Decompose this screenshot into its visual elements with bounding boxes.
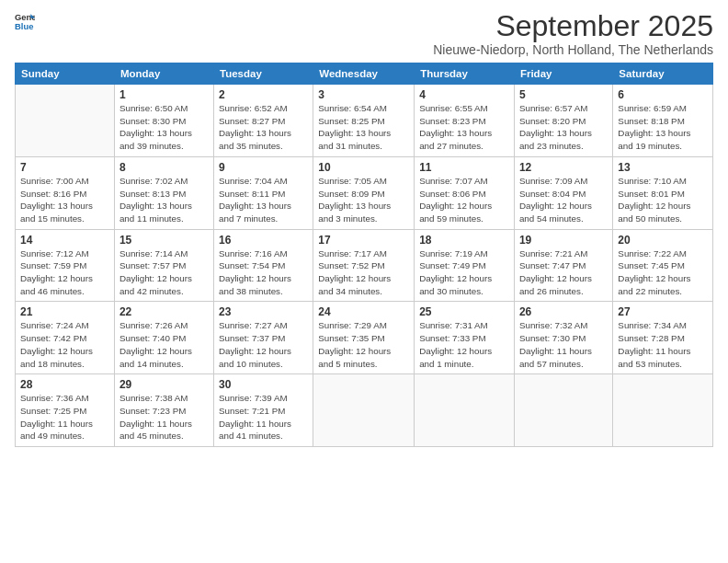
day-number: 13 xyxy=(618,161,708,174)
day-number: 23 xyxy=(219,305,308,318)
day-cell xyxy=(415,374,515,447)
day-info: Sunrise: 6:57 AMSunset: 8:20 PMDaylight:… xyxy=(519,102,608,153)
day-cell xyxy=(514,374,612,447)
day-info: Sunrise: 7:31 AMSunset: 7:33 PMDaylight:… xyxy=(419,319,509,370)
day-info: Sunrise: 7:02 AMSunset: 8:13 PMDaylight:… xyxy=(119,175,209,225)
day-cell: 18Sunrise: 7:19 AMSunset: 7:49 PMDayligh… xyxy=(415,229,515,302)
day-cell: 8Sunrise: 7:02 AMSunset: 8:13 PMDaylight… xyxy=(114,156,213,229)
day-cell: 3Sunrise: 6:54 AMSunset: 8:25 PMDaylight… xyxy=(313,85,415,157)
day-info: Sunrise: 7:38 AMSunset: 7:23 PMDaylight:… xyxy=(119,392,209,442)
week-row-3: 14Sunrise: 7:12 AMSunset: 7:59 PMDayligh… xyxy=(16,229,713,302)
day-cell: 4Sunrise: 6:55 AMSunset: 8:23 PMDaylight… xyxy=(415,85,515,157)
day-cell: 20Sunrise: 7:22 AMSunset: 7:45 PMDayligh… xyxy=(613,229,713,302)
day-cell: 1Sunrise: 6:50 AMSunset: 8:30 PMDaylight… xyxy=(114,85,213,157)
day-number: 9 xyxy=(219,161,308,174)
day-cell xyxy=(16,85,115,157)
day-cell: 16Sunrise: 7:16 AMSunset: 7:54 PMDayligh… xyxy=(214,229,313,302)
day-cell: 28Sunrise: 7:36 AMSunset: 7:25 PMDayligh… xyxy=(16,374,115,447)
day-info: Sunrise: 7:24 AMSunset: 7:42 PMDaylight:… xyxy=(20,319,109,370)
month-title: September 2025 xyxy=(433,11,713,40)
day-cell xyxy=(313,374,415,447)
day-number: 4 xyxy=(419,88,509,101)
day-info: Sunrise: 6:55 AMSunset: 8:23 PMDaylight:… xyxy=(419,102,509,153)
week-row-5: 28Sunrise: 7:36 AMSunset: 7:25 PMDayligh… xyxy=(16,374,713,447)
day-number: 29 xyxy=(119,378,209,391)
day-number: 7 xyxy=(20,161,109,174)
day-info: Sunrise: 7:09 AMSunset: 8:04 PMDaylight:… xyxy=(519,175,608,225)
day-cell: 27Sunrise: 7:34 AMSunset: 7:28 PMDayligh… xyxy=(613,302,713,374)
page: General Blue September 2025 Nieuwe-Niedo… xyxy=(0,0,728,563)
day-info: Sunrise: 6:54 AMSunset: 8:25 PMDaylight:… xyxy=(318,102,409,153)
day-cell: 19Sunrise: 7:21 AMSunset: 7:47 PMDayligh… xyxy=(514,229,612,302)
day-cell: 5Sunrise: 6:57 AMSunset: 8:20 PMDaylight… xyxy=(514,85,612,157)
svg-text:Blue: Blue xyxy=(15,21,33,31)
col-header-tuesday: Tuesday xyxy=(214,63,313,85)
day-info: Sunrise: 7:26 AMSunset: 7:40 PMDaylight:… xyxy=(119,319,209,370)
day-cell: 23Sunrise: 7:27 AMSunset: 7:37 PMDayligh… xyxy=(214,302,313,374)
day-number: 18 xyxy=(419,234,509,247)
day-cell: 29Sunrise: 7:38 AMSunset: 7:23 PMDayligh… xyxy=(114,374,213,447)
logo: General Blue xyxy=(15,11,35,31)
col-header-thursday: Thursday xyxy=(415,63,515,85)
header: General Blue September 2025 Nieuwe-Niedo… xyxy=(15,11,713,57)
day-number: 22 xyxy=(119,305,209,318)
day-cell: 7Sunrise: 7:00 AMSunset: 8:16 PMDaylight… xyxy=(16,156,115,229)
day-info: Sunrise: 6:59 AMSunset: 8:18 PMDaylight:… xyxy=(618,102,708,153)
day-info: Sunrise: 7:12 AMSunset: 7:59 PMDaylight:… xyxy=(20,247,109,298)
day-cell: 11Sunrise: 7:07 AMSunset: 8:06 PMDayligh… xyxy=(415,156,515,229)
day-info: Sunrise: 7:21 AMSunset: 7:47 PMDaylight:… xyxy=(519,247,608,298)
col-header-monday: Monday xyxy=(114,63,213,85)
day-number: 10 xyxy=(318,161,409,174)
day-number: 16 xyxy=(219,234,308,247)
col-header-wednesday: Wednesday xyxy=(313,63,415,85)
day-cell: 10Sunrise: 7:05 AMSunset: 8:09 PMDayligh… xyxy=(313,156,415,229)
day-number: 17 xyxy=(318,234,409,247)
day-cell: 15Sunrise: 7:14 AMSunset: 7:57 PMDayligh… xyxy=(114,229,213,302)
day-info: Sunrise: 7:34 AMSunset: 7:28 PMDaylight:… xyxy=(618,319,708,370)
day-number: 20 xyxy=(618,234,708,247)
day-number: 2 xyxy=(219,88,308,101)
day-cell: 12Sunrise: 7:09 AMSunset: 8:04 PMDayligh… xyxy=(514,156,612,229)
week-row-1: 1Sunrise: 6:50 AMSunset: 8:30 PMDaylight… xyxy=(16,85,713,157)
day-number: 6 xyxy=(618,88,708,101)
day-number: 14 xyxy=(20,234,109,247)
title-block: September 2025 Nieuwe-Niedorp, North Hol… xyxy=(433,11,713,57)
location-title: Nieuwe-Niedorp, North Holland, The Nethe… xyxy=(433,42,713,57)
day-cell: 13Sunrise: 7:10 AMSunset: 8:01 PMDayligh… xyxy=(613,156,713,229)
calendar-table: SundayMondayTuesdayWednesdayThursdayFrid… xyxy=(15,63,713,447)
day-info: Sunrise: 7:17 AMSunset: 7:52 PMDaylight:… xyxy=(318,247,409,298)
day-cell: 24Sunrise: 7:29 AMSunset: 7:35 PMDayligh… xyxy=(313,302,415,374)
day-info: Sunrise: 7:16 AMSunset: 7:54 PMDaylight:… xyxy=(219,247,308,298)
day-number: 28 xyxy=(20,378,109,391)
day-info: Sunrise: 7:00 AMSunset: 8:16 PMDaylight:… xyxy=(20,175,109,225)
day-cell: 14Sunrise: 7:12 AMSunset: 7:59 PMDayligh… xyxy=(16,229,115,302)
day-info: Sunrise: 6:50 AMSunset: 8:30 PMDaylight:… xyxy=(119,102,209,153)
day-info: Sunrise: 7:04 AMSunset: 8:11 PMDaylight:… xyxy=(219,175,308,225)
day-cell: 2Sunrise: 6:52 AMSunset: 8:27 PMDaylight… xyxy=(214,85,313,157)
day-number: 26 xyxy=(519,305,608,318)
day-info: Sunrise: 7:14 AMSunset: 7:57 PMDaylight:… xyxy=(119,247,209,298)
day-number: 3 xyxy=(318,88,409,101)
day-number: 5 xyxy=(519,88,608,101)
header-row: SundayMondayTuesdayWednesdayThursdayFrid… xyxy=(16,63,713,85)
day-info: Sunrise: 7:22 AMSunset: 7:45 PMDaylight:… xyxy=(618,247,708,298)
day-info: Sunrise: 7:05 AMSunset: 8:09 PMDaylight:… xyxy=(318,175,409,225)
day-info: Sunrise: 7:27 AMSunset: 7:37 PMDaylight:… xyxy=(219,319,308,370)
day-info: Sunrise: 7:07 AMSunset: 8:06 PMDaylight:… xyxy=(419,175,509,225)
day-info: Sunrise: 6:52 AMSunset: 8:27 PMDaylight:… xyxy=(219,102,308,153)
week-row-4: 21Sunrise: 7:24 AMSunset: 7:42 PMDayligh… xyxy=(16,302,713,374)
day-number: 30 xyxy=(219,378,308,391)
day-info: Sunrise: 7:32 AMSunset: 7:30 PMDaylight:… xyxy=(519,319,608,370)
day-cell: 17Sunrise: 7:17 AMSunset: 7:52 PMDayligh… xyxy=(313,229,415,302)
col-header-friday: Friday xyxy=(514,63,612,85)
day-cell: 26Sunrise: 7:32 AMSunset: 7:30 PMDayligh… xyxy=(514,302,612,374)
col-header-sunday: Sunday xyxy=(16,63,115,85)
day-info: Sunrise: 7:36 AMSunset: 7:25 PMDaylight:… xyxy=(20,392,109,442)
day-info: Sunrise: 7:10 AMSunset: 8:01 PMDaylight:… xyxy=(618,175,708,225)
day-number: 8 xyxy=(119,161,209,174)
day-number: 25 xyxy=(419,305,509,318)
day-number: 21 xyxy=(20,305,109,318)
logo-icon: General Blue xyxy=(15,11,35,31)
day-info: Sunrise: 7:29 AMSunset: 7:35 PMDaylight:… xyxy=(318,319,409,370)
day-number: 15 xyxy=(119,234,209,247)
